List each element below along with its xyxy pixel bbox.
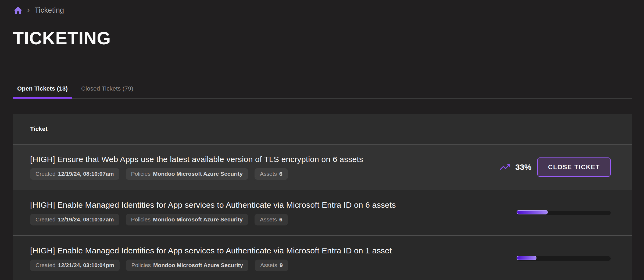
- created-chip: Created 12/19/24, 08:10:07am: [30, 214, 119, 225]
- created-value: 12/21/24, 03:10:04pm: [58, 262, 114, 268]
- trending-up-icon: [499, 161, 511, 173]
- breadcrumb-separator-icon: ›: [27, 5, 30, 15]
- assets-value: 6: [279, 171, 282, 177]
- created-label: Created: [35, 171, 56, 177]
- created-value: 12/19/24, 08:10:07am: [58, 216, 114, 223]
- assets-value: 6: [279, 216, 282, 223]
- column-header-ticket[interactable]: Ticket: [30, 125, 48, 132]
- tab-closed-tickets[interactable]: Closed Tickets (79): [77, 79, 138, 98]
- table-row[interactable]: [HIGH] Enable Managed Identities for App…: [13, 190, 632, 235]
- policies-chip: Policies Mondoo Microsoft Azure Security: [126, 168, 248, 180]
- created-label: Created: [35, 262, 56, 268]
- progress-bar-fill: [517, 210, 548, 214]
- created-chip: Created 12/21/24, 03:10:04pm: [30, 260, 120, 271]
- assets-chip: Assets 6: [255, 168, 288, 180]
- policies-value: Mondoo Microsoft Azure Security: [153, 171, 243, 177]
- home-icon-glyph: [13, 5, 23, 16]
- ticket-progress-cell: [517, 211, 611, 215]
- created-value: 12/19/24, 08:10:07am: [58, 171, 114, 177]
- progress-bar-fill: [517, 256, 536, 260]
- policies-label: Policies: [131, 171, 151, 177]
- table-row[interactable]: [HIGH] Enable Managed Identities for App…: [13, 235, 632, 280]
- close-ticket-button[interactable]: CLOSE TICKET: [537, 157, 611, 177]
- ticket-progress-cell: 33% CLOSE TICKET: [499, 157, 611, 177]
- home-icon[interactable]: [13, 5, 23, 16]
- created-chip: Created 12/19/24, 08:10:07am: [30, 168, 119, 180]
- ticket-chips: Created 12/21/24, 03:10:04pm Policies Mo…: [30, 260, 392, 271]
- policies-label: Policies: [131, 262, 151, 268]
- progress-percent: 33%: [515, 163, 531, 172]
- ticket-chips: Created 12/19/24, 08:10:07am Policies Mo…: [30, 214, 396, 225]
- assets-value: 9: [280, 262, 283, 268]
- created-label: Created: [35, 216, 56, 223]
- ticket-info: [HIGH] Enable Managed Identities for App…: [30, 246, 392, 271]
- ticket-title: [HIGH] Enable Managed Identities for App…: [30, 246, 392, 255]
- breadcrumb-current: Ticketing: [35, 6, 64, 15]
- policies-chip: Policies Mondoo Microsoft Azure Security: [126, 260, 248, 271]
- tickets-table: Ticket [HIGH] Ensure that Web Apps use t…: [13, 114, 632, 280]
- tab-bar: Open Tickets (13) Closed Tickets (79): [13, 79, 632, 99]
- assets-label: Assets: [260, 262, 277, 268]
- assets-chip: Assets 9: [255, 260, 288, 271]
- policies-label: Policies: [131, 216, 151, 223]
- policies-value: Mondoo Microsoft Azure Security: [153, 216, 243, 223]
- breadcrumb: › Ticketing: [13, 5, 64, 16]
- progress-bar: [517, 211, 611, 215]
- policies-chip: Policies Mondoo Microsoft Azure Security: [126, 214, 248, 225]
- ticket-chips: Created 12/19/24, 08:10:07am Policies Mo…: [30, 168, 363, 180]
- assets-label: Assets: [260, 216, 277, 223]
- assets-chip: Assets 6: [255, 214, 288, 225]
- page-title: TICKETING: [13, 28, 111, 48]
- tab-open-tickets[interactable]: Open Tickets (13): [13, 79, 72, 98]
- ticket-info: [HIGH] Enable Managed Identities for App…: [30, 200, 396, 225]
- ticket-title: [HIGH] Ensure that Web Apps use the late…: [30, 155, 363, 164]
- table-header-row: Ticket: [13, 114, 632, 144]
- progress-bar: [517, 256, 611, 261]
- ticket-info: [HIGH] Ensure that Web Apps use the late…: [30, 155, 363, 180]
- policies-value: Mondoo Microsoft Azure Security: [153, 262, 243, 268]
- table-row[interactable]: [HIGH] Ensure that Web Apps use the late…: [13, 144, 632, 190]
- ticket-progress-cell: [517, 256, 611, 261]
- assets-label: Assets: [260, 171, 277, 177]
- ticket-title: [HIGH] Enable Managed Identities for App…: [30, 200, 396, 210]
